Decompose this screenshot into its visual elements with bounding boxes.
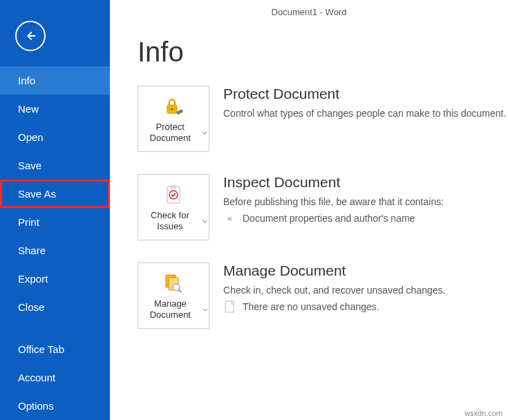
- sidebar-item-label: Print: [18, 216, 39, 228]
- sidebar-item-share[interactable]: Share: [0, 236, 110, 265]
- inspect-item: Document properties and author's name: [223, 211, 444, 225]
- sidebar-item-save[interactable]: Save: [0, 151, 110, 180]
- protect-document-section: Protect Document Protect Document Contro…: [110, 86, 508, 174]
- sidebar-item-office-tab[interactable]: Office Tab: [0, 335, 110, 363]
- protect-document-button[interactable]: Protect Document: [138, 86, 209, 152]
- sidebar-item-account[interactable]: Account: [0, 363, 110, 392]
- tile-label: Check for Issues: [140, 210, 200, 233]
- sidebar-item-label: Options: [18, 400, 54, 412]
- sidebar-item-print[interactable]: Print: [0, 208, 110, 236]
- sidebar-item-label: Export: [18, 273, 48, 285]
- manage-document-desc: Check in, check out, and recover unsaved…: [223, 283, 445, 297]
- sidebar-item-label: Info: [18, 75, 35, 86]
- protect-document-desc: Control what types of changes people can…: [223, 106, 506, 120]
- sidebar-item-new[interactable]: New: [0, 95, 110, 123]
- svg-rect-8: [225, 301, 234, 312]
- svg-rect-3: [171, 185, 176, 189]
- tile-label: Protect Document: [140, 122, 200, 144]
- protect-document-title: Protect Document: [223, 86, 506, 102]
- manage-document-section: Manage Document Manage Document Check in…: [110, 262, 508, 351]
- sidebar-item-open[interactable]: Open: [0, 123, 110, 151]
- clipboard-check-icon: [161, 182, 186, 207]
- check-for-issues-button[interactable]: Check for Issues: [138, 174, 209, 240]
- manage-document-button[interactable]: Manage Document: [138, 262, 209, 329]
- document-icon: [225, 300, 236, 313]
- backstage-sidebar: Info New Open Save Save As Print Share E…: [0, 0, 110, 420]
- svg-point-1: [171, 108, 173, 111]
- sidebar-item-label: Share: [18, 245, 46, 256]
- inspect-document-desc: Before publishing this file, be aware th…: [223, 195, 444, 209]
- sidebar-item-export[interactable]: Export: [0, 265, 110, 293]
- sidebar-item-info[interactable]: Info: [0, 66, 110, 95]
- sidebar-item-label: Save As: [18, 188, 56, 200]
- chevron-down-icon: [202, 130, 207, 136]
- sidebar-item-close[interactable]: Close: [0, 293, 110, 321]
- back-button[interactable]: [15, 21, 46, 51]
- sidebar-item-label: Open: [18, 131, 44, 143]
- back-row: [0, 0, 110, 66]
- chevron-down-icon: [203, 307, 207, 313]
- tile-label: Manage Document: [140, 298, 201, 321]
- inspect-document-title: Inspect Document: [223, 174, 444, 191]
- page-title: Info: [110, 24, 508, 86]
- chevron-down-icon: [202, 218, 207, 225]
- sidebar-item-label: Close: [18, 301, 44, 313]
- manage-item: There are no unsaved changes.: [223, 300, 445, 314]
- lock-icon: [161, 94, 186, 119]
- window-title: Document1 - Word: [110, 0, 508, 24]
- back-arrow-icon: [23, 28, 38, 44]
- watermark-text: wsxdn.com: [464, 409, 502, 417]
- manage-document-title: Manage Document: [223, 262, 445, 279]
- sidebar-item-label: New: [18, 103, 39, 115]
- sidebar-item-options[interactable]: Options: [0, 392, 110, 420]
- sidebar-item-save-as[interactable]: Save As: [0, 180, 110, 208]
- sidebar-item-label: Account: [18, 372, 55, 383]
- content-area: Document1 - Word Info Protect Document P…: [110, 0, 508, 420]
- sidebar-item-label: Save: [18, 160, 41, 171]
- inspect-document-section: Check for Issues Inspect Document Before…: [110, 174, 508, 262]
- sidebar-item-label: Office Tab: [18, 343, 64, 355]
- document-stack-icon: [161, 271, 186, 296]
